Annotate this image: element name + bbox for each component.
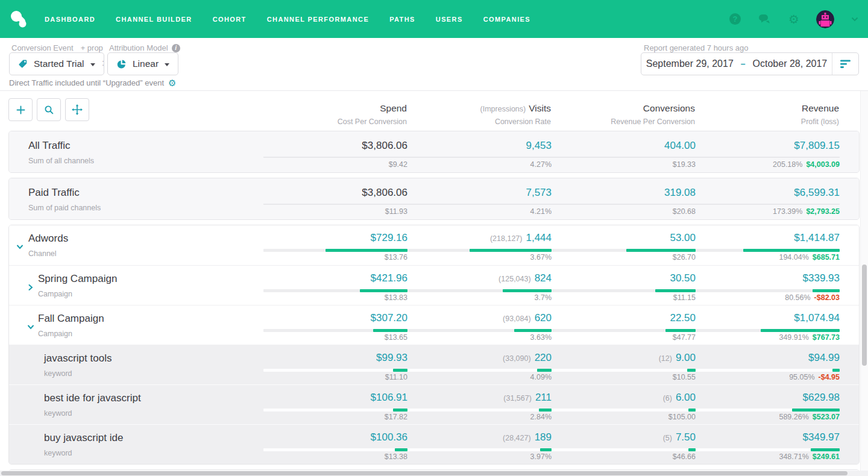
nav-item-users[interactable]: USERS [436, 16, 463, 23]
metric-main: (12)9.00 [659, 352, 696, 364]
metric-cell: (93,084)6203.63% [407, 305, 552, 345]
metric-sub: $13.76 [385, 253, 407, 261]
settings-gear-icon[interactable]: ⚙ [168, 78, 176, 87]
metric-sub: 194.04%$685.71 [779, 253, 840, 261]
metric-bar-fill [626, 249, 696, 252]
metric-bar [407, 329, 552, 332]
nav-item-channel-builder[interactable]: CHANNEL BUILDER [116, 16, 192, 23]
metric-main-value[interactable]: 53.00 [670, 232, 696, 243]
horizontal-scrollbar-thumb[interactable] [1, 471, 848, 475]
metric-main-value[interactable]: $99.93 [376, 352, 407, 363]
app-logo[interactable] [10, 10, 28, 28]
tag-icon [18, 59, 28, 69]
nav-item-dashboard[interactable]: DASHBOARD [45, 16, 95, 23]
table-row[interactable]: Fall CampaignCampaign$307.20$13.65(93,08… [9, 305, 859, 345]
row-title: Paid Traffic [28, 187, 80, 199]
chevron-down-icon[interactable] [27, 324, 34, 331]
metric-main-value[interactable]: 22.50 [670, 312, 696, 324]
table-row[interactable]: AdwordsChannel$729.16$13.76(218,127)1,44… [9, 225, 859, 265]
column-header-spend[interactable]: Spend Cost Per Conversion [263, 98, 407, 126]
metric-main-value[interactable]: $1,414.87 [794, 232, 840, 243]
table-card: Paid TrafficSum of paid channels$3,806.0… [8, 178, 860, 220]
metric-main-value[interactable]: $307.20 [371, 312, 407, 324]
help-icon[interactable]: ? [729, 13, 741, 25]
metric-bar [263, 448, 407, 451]
profit-amount: $767.73 [813, 333, 840, 342]
metric-sub: 349.91%$767.73 [779, 333, 840, 342]
metric-sub: 4.27% [530, 160, 552, 169]
date-range-picker[interactable]: September 29, 2017 – October 28, 2017 [641, 52, 859, 75]
metric-cell: $94.9995.05%-$4.95 [696, 345, 840, 384]
row-name-cell: best ide for javascriptkeyword [9, 385, 263, 424]
metric-main-value[interactable]: $629.98 [803, 392, 840, 403]
chevron-down-icon[interactable] [16, 243, 24, 251]
metric-bar [552, 409, 696, 412]
metric-bar [696, 448, 840, 451]
metric-main-value[interactable]: 211 [535, 392, 552, 403]
metric-main-value[interactable]: $729.16 [371, 232, 407, 243]
row-subtitle: keyword [44, 409, 72, 418]
nav-item-paths[interactable]: PATHS [389, 16, 415, 23]
metric-main-value[interactable]: $421.96 [371, 272, 407, 284]
nav-item-cohort[interactable]: COHORT [213, 16, 247, 23]
nav-item-companies[interactable]: COMPANIES [483, 16, 530, 23]
metric-main: $100.36 [371, 431, 407, 443]
add-prop-button[interactable]: + prop [81, 43, 103, 52]
metric-main-value[interactable]: 9,453 [526, 140, 552, 151]
search-button[interactable] [37, 98, 61, 121]
metric-main-value[interactable]: 30.50 [670, 272, 696, 284]
nav-item-channel-performance[interactable]: CHANNEL PERFORMANCE [267, 16, 369, 23]
filter-icon[interactable] [832, 60, 858, 69]
attribution-model-dropdown[interactable]: Linear [107, 52, 178, 75]
metric-main-value: $3,806.06 [362, 140, 407, 151]
vertical-scrollbar-thumb[interactable] [862, 265, 867, 366]
metric-cell: $629.98589.26%$523.07 [696, 385, 840, 424]
gear-icon[interactable]: ⚙ [788, 13, 799, 25]
row-title: javascript tools [44, 352, 112, 365]
metric-main: $99.93 [376, 352, 407, 364]
metric-sub: $11.10 [385, 373, 407, 381]
metric-main-value[interactable]: 189 [535, 431, 552, 443]
metric-cell: $3,806.06$9.42 [263, 131, 407, 172]
table-row[interactable]: Spring CampaignCampaign$421.96$13.83(125… [9, 265, 859, 305]
metric-main-value[interactable]: 404.00 [664, 140, 696, 151]
metric-main-value[interactable]: $100.36 [371, 431, 407, 443]
conversion-event-value: Started Trial [34, 58, 84, 69]
conversion-event-dropdown[interactable]: Started Trial [9, 52, 104, 75]
chat-icon[interactable] [758, 13, 772, 25]
info-icon[interactable]: i [172, 44, 180, 52]
metric-main-value[interactable]: $7,809.15 [794, 140, 840, 151]
metric-main-value[interactable]: $1,074.94 [794, 312, 840, 324]
pie-chart-icon [116, 59, 127, 69]
metric-main-value[interactable]: $106.91 [371, 392, 407, 403]
column-header-revenue[interactable]: Revenue Profit (loss) [695, 98, 839, 126]
metric-sub: $105.00 [668, 413, 696, 421]
metric-main-value[interactable]: $349.97 [803, 431, 840, 443]
metric-bar-fill [393, 409, 407, 412]
avatar[interactable] [816, 10, 834, 28]
metric-main-value[interactable]: 9.00 [676, 352, 696, 363]
metric-main-value[interactable]: 6.00 [676, 392, 696, 403]
metric-main-value[interactable]: 319.08 [664, 187, 696, 198]
metric-sub: 3.97% [530, 453, 552, 461]
chevron-right-icon[interactable] [27, 284, 34, 291]
metric-main-value[interactable]: 220 [535, 352, 552, 363]
metric-sub: $11.93 [385, 207, 407, 216]
column-header-conversions[interactable]: Conversions Revenue Per Conversion [551, 98, 695, 126]
chevron-down-icon[interactable] [851, 17, 858, 22]
metric-divider [407, 157, 552, 158]
column-header-visits[interactable]: (Impressions)Visits Conversion Rate [407, 98, 551, 126]
metric-cell: $1,414.87194.04%$685.71 [696, 225, 840, 265]
metric-main-value[interactable]: $339.93 [803, 272, 840, 284]
metric-main-value[interactable]: 7,573 [526, 187, 552, 198]
metric-main-value[interactable]: $6,599.31 [794, 187, 840, 198]
metric-main-value[interactable]: 824 [535, 272, 552, 284]
metric-main-value[interactable]: 620 [535, 312, 552, 324]
metric-main: $106.91 [371, 392, 407, 404]
metric-main-value[interactable]: 1,444 [526, 232, 552, 243]
add-channel-button[interactable] [8, 98, 33, 121]
metric-sub: $17.82 [385, 413, 407, 421]
move-button[interactable] [65, 98, 89, 121]
metric-main-value[interactable]: $94.99 [808, 352, 840, 363]
metric-main-value[interactable]: 7.50 [676, 431, 696, 443]
